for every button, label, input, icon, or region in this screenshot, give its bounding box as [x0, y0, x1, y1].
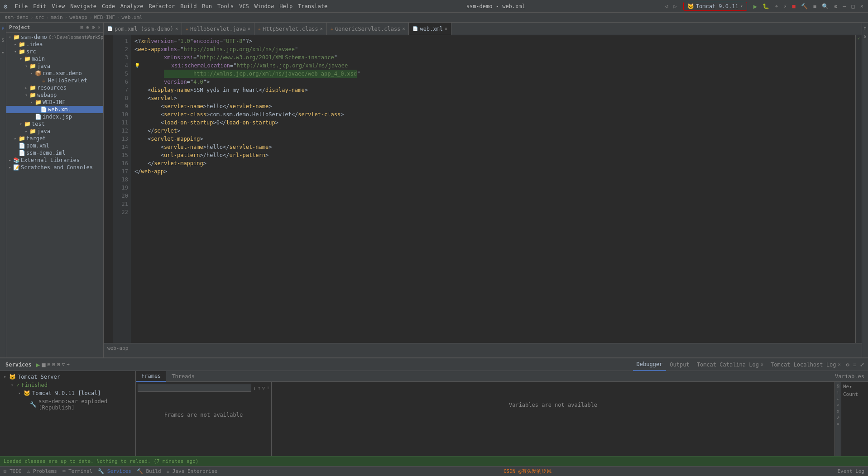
project-tab-icon[interactable]: P	[2, 26, 4, 31]
tab-tomcat-localhost[interactable]: Tomcat Localhost Log ×	[767, 358, 844, 371]
run-button[interactable]: ▶	[753, 3, 758, 10]
run-all-icon[interactable]: ▶	[36, 361, 40, 368]
settings-services-icon[interactable]: ⚙	[846, 362, 849, 368]
service-tomcat-server[interactable]: ▾ 🐱 Tomcat Server	[2, 373, 134, 381]
filter-icon[interactable]: ▽	[62, 362, 65, 367]
tree-item-webapp[interactable]: ▾ 📁 webapp	[6, 91, 103, 99]
tree-item-pom[interactable]: ▸ 📄 pom.xml	[6, 142, 103, 149]
filter-filter-icon[interactable]: ▽	[262, 386, 265, 390]
tab-close-generic[interactable]: ×	[402, 26, 405, 31]
tab-java-enterprise[interactable]: ☕ Java Enterprise	[167, 468, 218, 474]
menu-vcs[interactable]: VCS	[239, 3, 249, 10]
expand-right-icon[interactable]: ⤢	[836, 415, 840, 420]
filter-add-icon[interactable]: +	[267, 386, 269, 390]
infinity-icon[interactable]: ∞	[837, 422, 839, 426]
tree-item-iml[interactable]: ▸ 📄 ssm-demo.iml	[6, 149, 103, 157]
breadcrumb-part-5[interactable]: web.xml	[122, 14, 143, 20]
close-icon[interactable]: ×	[859, 3, 864, 10]
coverage-button[interactable]: ☂	[774, 3, 779, 10]
tree-item-web-xml[interactable]: ▸ 📄 web.xml	[6, 106, 103, 113]
tab-close-webxml[interactable]: ×	[445, 26, 447, 31]
wrap-icon[interactable]: ↩	[837, 403, 839, 407]
more-services-icon[interactable]: ≡	[853, 362, 856, 368]
stop-all-icon[interactable]: ■	[42, 361, 45, 368]
collapse-all-icon[interactable]: ⊟	[81, 24, 84, 30]
menu-navigate[interactable]: Navigate	[70, 3, 96, 10]
tree-item-test[interactable]: ▾ 📁 test	[6, 120, 103, 128]
debug-button[interactable]: 🐛	[762, 3, 770, 10]
menu-view[interactable]: View	[52, 3, 65, 10]
tree-item-resources[interactable]: ▸ 📁 resources	[6, 84, 103, 91]
tab-output[interactable]: Output	[666, 358, 693, 371]
tree-item-index-jsp[interactable]: ▸ 📄 index.jsp	[6, 113, 103, 120]
tomcat-catalina-close[interactable]: ×	[761, 362, 763, 367]
breadcrumb-part-1[interactable]: src	[35, 14, 44, 20]
run-config-button[interactable]: 🐱 Tomcat 9.0.11 ▾	[683, 2, 747, 11]
scroll-top-icon[interactable]: ↑	[837, 390, 839, 395]
tab-build[interactable]: 🔨 Build	[137, 468, 161, 474]
threads-tab[interactable]: Threads	[166, 371, 200, 381]
menu-run[interactable]: Run	[202, 3, 212, 10]
expand-all-icon[interactable]: ⊞	[48, 362, 51, 367]
service-tomcat-instance[interactable]: ▾ 🐱 Tomcat 9.0.11 [local]	[2, 389, 134, 397]
maximize-icon[interactable]: □	[851, 3, 856, 10]
menu-window[interactable]: Window	[254, 3, 274, 10]
menu-help[interactable]: Help	[279, 3, 293, 10]
group-icon[interactable]: ⊡	[57, 362, 60, 367]
scroll-bottom-icon[interactable]: ↓	[837, 396, 839, 401]
tree-item-package[interactable]: ▾ 📦 com.ssm.demo	[6, 70, 103, 77]
minimize-icon[interactable]: –	[842, 3, 847, 10]
tab-tomcat-catalina[interactable]: Tomcat Catalina Log ×	[693, 358, 767, 371]
expand-panel-icon[interactable]: ⤢	[860, 362, 864, 368]
tab-http-servlet[interactable]: ☕ HttpServlet.class ×	[254, 23, 327, 35]
event-log-icon[interactable]: Event Log	[837, 468, 864, 474]
menu-tools[interactable]: Tools	[217, 3, 234, 10]
settings-icon[interactable]: ⚙	[833, 3, 838, 10]
tab-close-http[interactable]: ×	[320, 26, 323, 31]
code-editor-content[interactable]: <?xml version="1.0" encoding="UTF-8"?> <…	[131, 35, 855, 343]
menu-code[interactable]: Code	[102, 3, 115, 10]
menu-build[interactable]: Build	[180, 3, 197, 10]
tree-item-src[interactable]: ▾ 📁 src	[6, 48, 103, 55]
tab-close-hello[interactable]: ×	[248, 26, 250, 31]
filter-down-icon[interactable]: ↓	[253, 386, 256, 390]
close-panel-icon[interactable]: ×	[97, 24, 101, 30]
tree-item-main[interactable]: ▾ 📁 main	[6, 55, 103, 62]
maven-icon[interactable]: M	[864, 26, 866, 31]
tab-generic-servlet[interactable]: ☕ GenericServlet.class ×	[327, 23, 409, 35]
add-service-icon[interactable]: +	[67, 362, 70, 367]
filter-up-icon[interactable]: ↑	[258, 386, 260, 390]
menu-analyze[interactable]: Analyze	[120, 3, 144, 10]
horizontal-scrollbar[interactable]	[104, 353, 862, 357]
tab-terminal[interactable]: ⌨ Terminal	[62, 468, 92, 474]
copy-icon[interactable]: ⎘	[837, 384, 839, 388]
tree-item-web-inf[interactable]: ▾ 📁 WEB-INF	[6, 99, 103, 106]
tree-item-hello-servlet[interactable]: ▸ ☕ HelloServlet	[6, 77, 103, 84]
stop-button[interactable]: ■	[791, 3, 796, 10]
build-button[interactable]: 🔨	[800, 3, 809, 10]
service-deployment[interactable]: ▸ 🔧 ssm-demo:war exploded [Republish]	[2, 397, 134, 412]
locate-icon[interactable]: ⊕	[86, 24, 89, 30]
menu-translate[interactable]: Translate	[298, 3, 327, 10]
favorites-tab-icon[interactable]: ★	[2, 50, 4, 54]
tab-todo[interactable]: ⊟ TODO	[4, 468, 22, 474]
gradle-icon[interactable]: G	[864, 34, 866, 39]
tab-close-pom[interactable]: ×	[175, 26, 178, 31]
tab-hello-servlet[interactable]: ☕ HelloServlet.java ×	[182, 23, 254, 35]
tree-item-target[interactable]: ▸ 📁 target	[6, 135, 103, 142]
breadcrumb-part-3[interactable]: webapp	[69, 14, 87, 20]
breadcrumb-part-0[interactable]: ssm-demo	[5, 14, 29, 20]
tree-item-java-main[interactable]: ▾ 📁 java	[6, 62, 103, 70]
frames-tab[interactable]: Frames	[136, 371, 166, 382]
search-everywhere-icon[interactable]: 🔍	[821, 3, 830, 10]
tree-item-scratches[interactable]: ▸ 📝 Scratches and Consoles	[6, 164, 103, 171]
tomcat-localhost-close[interactable]: ×	[838, 362, 841, 367]
back-icon[interactable]: ◁	[664, 3, 669, 10]
frames-filter-input[interactable]	[138, 384, 251, 392]
tree-item-ssm-demo[interactable]: ▾ 📁 ssm-demo C:\DevelopmentWorkSpa	[6, 33, 103, 41]
tab-debugger[interactable]: Debugger	[633, 358, 667, 371]
service-finished[interactable]: ▾ ✓ Finished	[2, 381, 134, 389]
profile-button[interactable]: ⚡	[782, 3, 787, 10]
breadcrumb-part-4[interactable]: WEB-INF	[94, 14, 115, 20]
menu-edit[interactable]: Edit	[33, 3, 46, 10]
